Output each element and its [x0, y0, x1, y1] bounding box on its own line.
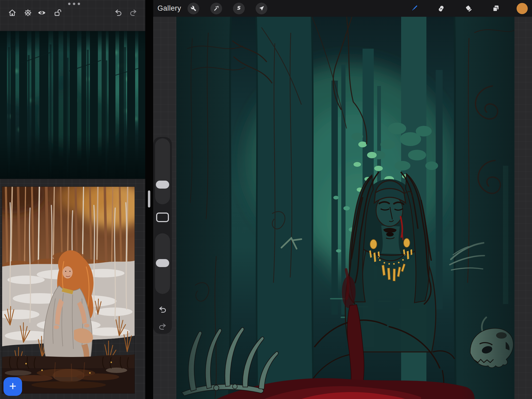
settings-gear-icon[interactable] — [23, 7, 33, 18]
selection-s-icon[interactable] — [233, 3, 245, 14]
paint-brush-icon[interactable] — [409, 3, 419, 14]
brush-sidebar — [153, 137, 172, 334]
ipad-splitview-screen: + — [0, 0, 532, 399]
layers-icon[interactable] — [491, 3, 501, 14]
split-view-handle[interactable] — [148, 190, 150, 207]
reference-board-app: + — [0, 0, 145, 399]
opacity-handle[interactable] — [156, 259, 169, 267]
gallery-button[interactable]: Gallery — [157, 0, 181, 17]
undo-arrow-icon[interactable] — [157, 304, 168, 315]
red-haired-woman-snowy-birch-photo[interactable] — [2, 187, 135, 393]
eraser-icon[interactable] — [463, 3, 474, 14]
actions-wrench-icon[interactable] — [188, 3, 199, 14]
undo-arrow-icon[interactable] — [113, 7, 124, 18]
dark-pine-forest-photo[interactable] — [0, 31, 145, 179]
smudge-icon[interactable] — [436, 3, 447, 14]
home-icon[interactable] — [7, 7, 18, 18]
modify-button[interactable] — [156, 213, 169, 222]
procreate-topbar: Gallery — [153, 0, 532, 17]
brush-size-slider[interactable] — [155, 138, 170, 204]
forest-witch-painting-canvas[interactable] — [176, 17, 514, 399]
procreate-app — [153, 0, 532, 399]
brush-size-handle[interactable] — [156, 181, 169, 189]
adjustments-wand-icon[interactable] — [210, 3, 222, 14]
redo-arrow-icon[interactable] — [157, 321, 168, 332]
lock-open-icon[interactable] — [52, 7, 63, 18]
visibility-eye-icon[interactable] — [36, 7, 47, 18]
transform-arrow-icon[interactable] — [256, 3, 267, 14]
drag-dots-handle-icon[interactable] — [68, 3, 80, 5]
redo-arrow-icon[interactable] — [128, 7, 139, 18]
plus-icon: + — [9, 380, 16, 392]
color-swatch[interactable] — [517, 3, 528, 14]
add-button[interactable]: + — [3, 377, 22, 396]
